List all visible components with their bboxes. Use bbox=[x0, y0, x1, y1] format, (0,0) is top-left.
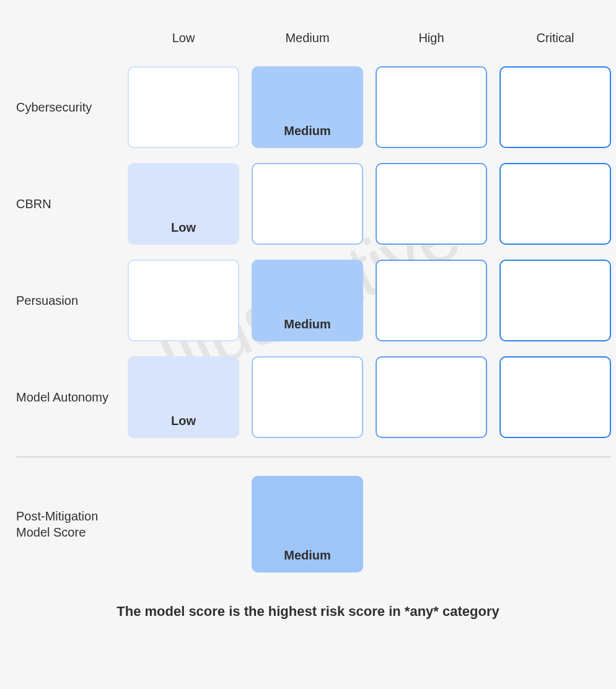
row-label-summary: Post-Mitigation Model Score bbox=[16, 508, 115, 540]
col-header-critical: Critical bbox=[499, 31, 611, 51]
row-label-cybersecurity: Cybersecurity bbox=[16, 99, 115, 115]
cell-label: Low bbox=[171, 414, 196, 428]
cell-persuasion-medium: Medium bbox=[252, 260, 363, 341]
scorecard: Low Medium High Critical Cybersecurity M… bbox=[0, 0, 616, 638]
cell-persuasion-critical bbox=[499, 260, 611, 341]
cell-model-autonomy-high bbox=[376, 356, 487, 438]
divider bbox=[16, 457, 611, 457]
col-header-low: Low bbox=[128, 31, 239, 51]
col-header-medium: Medium bbox=[252, 31, 363, 51]
row-label-persuasion: Persuasion bbox=[16, 292, 115, 309]
footer-caption: The model score is the highest risk scor… bbox=[16, 603, 600, 620]
cell-label: Medium bbox=[284, 124, 331, 138]
cell-model-autonomy-medium bbox=[252, 356, 363, 438]
cell-label: Medium bbox=[284, 548, 331, 563]
cell-cbrn-high bbox=[376, 163, 487, 245]
cell-model-autonomy-critical bbox=[499, 356, 611, 438]
cell-persuasion-high bbox=[376, 260, 487, 341]
cell-cybersecurity-low bbox=[128, 66, 239, 148]
cell-label: Medium bbox=[284, 317, 331, 331]
cell-model-autonomy-low: Low bbox=[128, 356, 239, 438]
col-header-high: High bbox=[376, 31, 487, 51]
cell-cbrn-medium bbox=[252, 163, 363, 245]
cell-cybersecurity-high bbox=[376, 66, 487, 148]
row-label-model-autonomy: Model Autonomy bbox=[16, 389, 115, 405]
cell-label: Low bbox=[171, 221, 196, 235]
cell-cbrn-low: Low bbox=[128, 163, 239, 245]
cell-cybersecurity-critical bbox=[499, 66, 611, 148]
cell-summary-medium: Medium bbox=[252, 476, 363, 573]
cell-persuasion-low bbox=[128, 260, 239, 341]
cell-cybersecurity-medium: Medium bbox=[252, 66, 363, 148]
cell-cbrn-critical bbox=[499, 163, 611, 245]
row-label-cbrn: CBRN bbox=[16, 196, 115, 212]
